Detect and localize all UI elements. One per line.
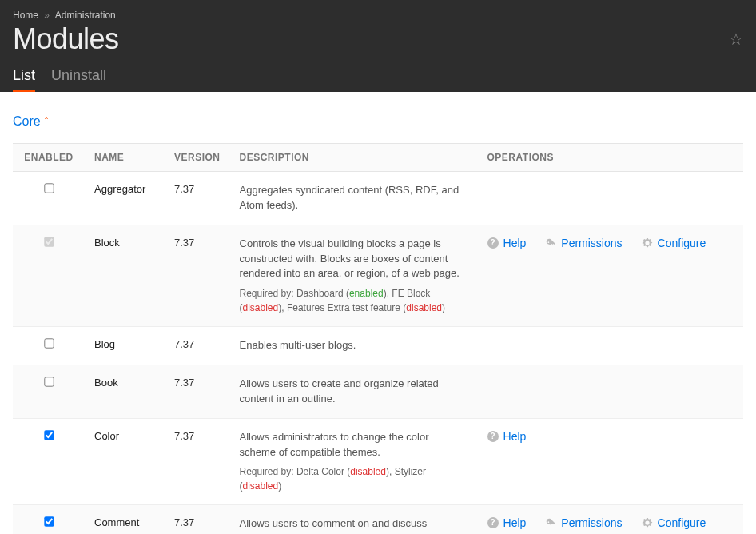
module-description: Enables multi-user blogs. xyxy=(230,327,478,365)
favorite-star-icon[interactable]: ☆ xyxy=(729,30,743,49)
table-row: Block7.37Controls the visual building bl… xyxy=(13,225,743,327)
permissions-link[interactable]: Permissions xyxy=(545,237,622,249)
breadcrumb: Home » Administration xyxy=(13,10,743,21)
tab-list[interactable]: List xyxy=(13,62,35,92)
module-version: 7.37 xyxy=(165,505,230,534)
configure-link[interactable]: Configure xyxy=(642,237,706,249)
help-icon: ? xyxy=(487,237,499,249)
section-title-label: Core xyxy=(13,114,41,129)
col-operations: OPERATIONS xyxy=(478,144,743,172)
enable-checkbox[interactable] xyxy=(44,517,54,527)
configure-link[interactable]: Configure xyxy=(642,516,706,529)
help-link[interactable]: ?Help xyxy=(487,430,527,443)
table-row: Color7.37Allows administrators to change… xyxy=(13,418,743,505)
configure-label: Configure xyxy=(658,237,706,249)
enable-checkbox xyxy=(44,237,54,246)
module-version: 7.37 xyxy=(165,365,230,419)
module-name: Blog xyxy=(85,327,165,365)
table-row: Blog7.37Enables multi-user blogs. xyxy=(13,327,743,365)
table-row: Book7.37Allows users to create and organ… xyxy=(13,365,743,419)
help-label: Help xyxy=(503,237,527,249)
module-description: Allows users to comment on and discuss p… xyxy=(230,505,478,534)
disabled-status: disabled xyxy=(350,466,386,477)
enable-checkbox[interactable] xyxy=(44,339,54,349)
module-name: Color xyxy=(85,418,165,505)
help-link[interactable]: ?Help xyxy=(487,237,527,249)
chevron-up-icon: ˄ xyxy=(44,116,49,127)
enable-checkbox[interactable] xyxy=(44,377,54,386)
module-name: Aggregator xyxy=(85,172,165,225)
col-enabled: ENABLED xyxy=(13,144,85,172)
module-name: Book xyxy=(85,365,165,419)
module-name: Comment xyxy=(85,505,165,534)
help-link[interactable]: ?Help xyxy=(487,516,527,529)
module-version: 7.37 xyxy=(165,418,230,505)
breadcrumb-sep: » xyxy=(44,10,50,21)
modules-table: ENABLED NAME VERSION DESCRIPTION OPERATI… xyxy=(13,143,743,534)
module-description: Allows users to create and organize rela… xyxy=(230,365,478,419)
col-version: VERSION xyxy=(165,144,230,172)
module-description: Allows administrators to change the colo… xyxy=(230,418,478,505)
breadcrumb-admin[interactable]: Administration xyxy=(55,10,116,21)
col-description: DESCRIPTION xyxy=(230,144,478,172)
breadcrumb-home[interactable]: Home xyxy=(13,10,38,21)
module-description: Controls the visual building blocks a pa… xyxy=(230,225,478,327)
module-name: Block xyxy=(85,225,165,327)
permissions-label: Permissions xyxy=(561,516,622,529)
module-version: 7.37 xyxy=(165,172,230,225)
table-row: Comment7.37Allows users to comment on an… xyxy=(13,505,743,534)
permissions-label: Permissions xyxy=(561,237,622,249)
disabled-status: disabled xyxy=(243,302,279,313)
module-version: 7.37 xyxy=(165,327,230,365)
permissions-link[interactable]: Permissions xyxy=(545,516,622,529)
help-icon: ? xyxy=(487,431,499,442)
module-description: Aggregates syndicated content (RSS, RDF,… xyxy=(230,172,478,225)
col-name: NAME xyxy=(85,144,165,172)
table-row: Aggregator7.37Aggregates syndicated cont… xyxy=(13,172,743,225)
help-label: Help xyxy=(503,430,527,443)
key-icon xyxy=(545,517,556,528)
enabled-status: enabled xyxy=(349,288,384,299)
key-icon xyxy=(545,237,556,249)
configure-label: Configure xyxy=(658,516,706,529)
section-core-toggle[interactable]: Core ˄ xyxy=(13,114,49,129)
page-title: Modules xyxy=(13,22,119,56)
help-label: Help xyxy=(503,516,527,529)
enable-checkbox[interactable] xyxy=(44,183,54,193)
disabled-status: disabled xyxy=(406,302,442,313)
module-version: 7.37 xyxy=(165,225,230,327)
tabs: List Uninstall xyxy=(13,62,743,92)
gear-icon xyxy=(642,517,653,528)
help-icon: ? xyxy=(487,517,499,528)
enable-checkbox[interactable] xyxy=(44,430,54,440)
gear-icon xyxy=(642,237,653,249)
tab-uninstall[interactable]: Uninstall xyxy=(51,62,106,92)
disabled-status: disabled xyxy=(243,480,279,492)
